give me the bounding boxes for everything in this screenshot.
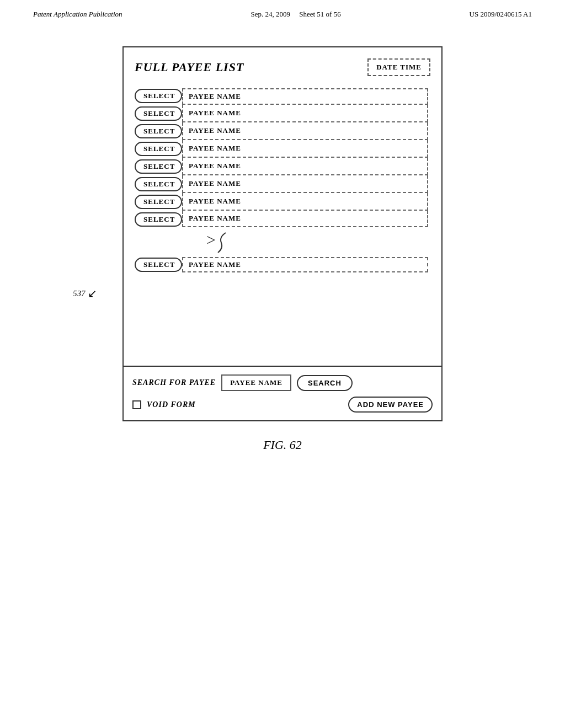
payee-row-6: SELECT PAYEE NAME xyxy=(135,175,430,193)
select-btn-4[interactable]: SELECT xyxy=(135,142,182,156)
scroll-curve-icon xyxy=(216,232,229,254)
header-patent-number: US 2009/0240615 A1 xyxy=(470,10,532,19)
search-label: SEARCH FOR PAYEE xyxy=(132,378,216,387)
scroll-indicator: > xyxy=(135,232,430,254)
search-row: SEARCH FOR PAYEE PAYEE NAME SEARCH xyxy=(132,374,433,391)
add-new-payee-button[interactable]: ADD NEW PAYEE xyxy=(348,397,433,413)
payee-list: SELECT PAYEE NAME SELECT PAYEE NAME SELE… xyxy=(135,87,430,228)
diagram-area: 537 ↙ FULL PAYEE LIST DATE TIME SELECT P… xyxy=(0,24,565,421)
payee-name-last: PAYEE NAME xyxy=(182,257,428,272)
panel-header: FULL PAYEE LIST DATE TIME xyxy=(135,58,430,76)
payee-name-2: PAYEE NAME xyxy=(182,105,428,122)
header-date: Sep. 24, 2009 xyxy=(250,10,290,18)
ref-arrow-icon: ↙ xyxy=(88,287,97,300)
payee-name-3: PAYEE NAME xyxy=(182,122,428,140)
panel-title: FULL PAYEE LIST xyxy=(135,60,244,74)
payee-row-5: SELECT PAYEE NAME xyxy=(135,158,430,175)
figure-caption: FIG. 62 xyxy=(0,438,565,452)
header-publication: Patent Application Publication xyxy=(33,10,122,19)
datetime-box: DATE TIME xyxy=(367,58,430,76)
payee-row-1: SELECT PAYEE NAME xyxy=(135,87,430,105)
select-btn-3[interactable]: SELECT xyxy=(135,124,182,138)
payee-row-8: SELECT PAYEE NAME xyxy=(135,211,430,228)
payee-row-2: SELECT PAYEE NAME xyxy=(135,105,430,122)
ui-panel: FULL PAYEE LIST DATE TIME SELECT PAYEE N… xyxy=(122,46,443,421)
page-header: Patent Application Publication Sep. 24, … xyxy=(0,0,565,24)
select-btn-2[interactable]: SELECT xyxy=(135,106,182,121)
select-btn-last[interactable]: SELECT xyxy=(135,258,182,272)
search-input[interactable]: PAYEE NAME xyxy=(221,374,291,391)
payee-row-4: SELECT PAYEE NAME xyxy=(135,140,430,158)
payee-name-6: PAYEE NAME xyxy=(182,175,428,193)
payee-name-7: PAYEE NAME xyxy=(182,193,428,211)
header-sheet: Sheet 51 of 56 xyxy=(299,10,340,18)
payee-name-5: PAYEE NAME xyxy=(182,158,428,175)
payee-row-7: SELECT PAYEE NAME xyxy=(135,193,430,211)
select-btn-5[interactable]: SELECT xyxy=(135,159,182,174)
void-label: VOID FORM xyxy=(147,400,196,409)
scroll-arrow-icon: > xyxy=(206,232,216,254)
search-button[interactable]: SEARCH xyxy=(297,375,353,391)
payee-row-last: SELECT PAYEE NAME xyxy=(135,256,430,274)
payee-row-3: SELECT PAYEE NAME xyxy=(135,122,430,140)
header-date-sheet: Sep. 24, 2009 Sheet 51 of 56 xyxy=(250,10,340,19)
payee-name-1: PAYEE NAME xyxy=(182,88,428,105)
panel-bottom: SEARCH FOR PAYEE PAYEE NAME SEARCH VOID … xyxy=(124,366,441,420)
select-btn-6[interactable]: SELECT xyxy=(135,177,182,191)
void-checkbox[interactable] xyxy=(132,400,141,409)
select-btn-8[interactable]: SELECT xyxy=(135,212,182,227)
void-row: VOID FORM ADD NEW PAYEE xyxy=(132,397,433,413)
payee-name-8: PAYEE NAME xyxy=(182,211,428,227)
payee-name-4: PAYEE NAME xyxy=(182,140,428,158)
select-btn-1[interactable]: SELECT xyxy=(135,89,182,103)
ref-label-537: 537 ↙ xyxy=(73,287,97,300)
select-btn-7[interactable]: SELECT xyxy=(135,195,182,209)
